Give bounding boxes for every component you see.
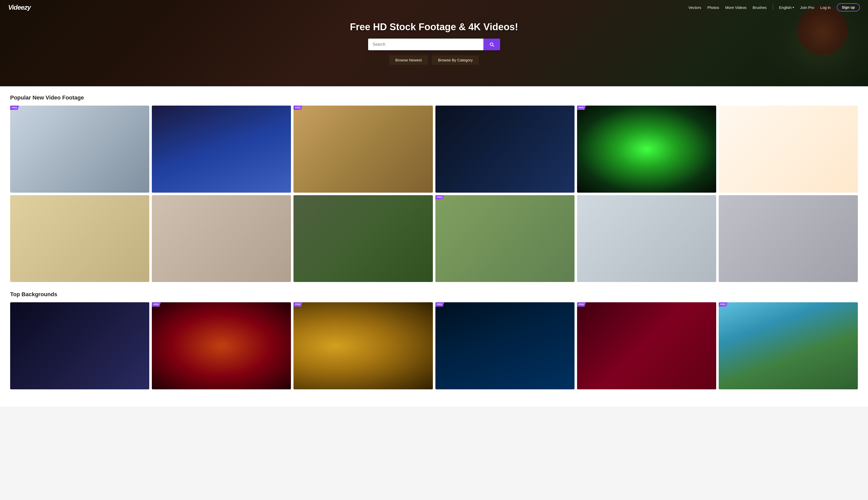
backgrounds-section: Top Backgrounds PROPROPROPROPRO bbox=[10, 291, 858, 389]
browse-newest-button[interactable]: Browse Newest bbox=[389, 55, 428, 65]
video-card[interactable]: PRO bbox=[152, 302, 291, 389]
video-card[interactable]: PRO bbox=[577, 302, 716, 389]
video-thumbnail bbox=[577, 302, 716, 389]
video-card[interactable] bbox=[10, 195, 149, 282]
search-input[interactable] bbox=[368, 38, 483, 50]
language-selector[interactable]: English ▾ bbox=[779, 5, 794, 10]
browse-buttons: Browse Newest Browse By Category bbox=[0, 55, 868, 65]
pro-badge: PRO bbox=[577, 302, 586, 307]
popular-video-grid: PROPROPROPRO bbox=[10, 105, 858, 282]
video-card[interactable]: PRO bbox=[293, 302, 432, 389]
video-card[interactable]: PRO bbox=[577, 105, 716, 193]
main-content: Popular New Video Footage PROPROPROPRO T… bbox=[0, 86, 868, 407]
pro-badge: PRO bbox=[152, 302, 161, 307]
video-thumbnail bbox=[719, 302, 858, 389]
video-thumbnail bbox=[577, 195, 716, 282]
video-card[interactable]: PRO bbox=[436, 302, 575, 389]
video-thumbnail bbox=[293, 302, 432, 389]
video-thumbnail bbox=[10, 195, 149, 282]
search-icon bbox=[489, 42, 495, 47]
video-thumbnail bbox=[719, 105, 858, 193]
video-card[interactable] bbox=[577, 195, 716, 282]
video-card[interactable]: PRO bbox=[719, 302, 858, 389]
header: Videezy Vectors Photos More Videos Brush… bbox=[0, 0, 868, 15]
search-bar bbox=[368, 38, 500, 50]
video-thumbnail bbox=[719, 195, 858, 282]
video-card[interactable] bbox=[719, 195, 858, 282]
video-thumbnail bbox=[10, 302, 149, 389]
video-card[interactable] bbox=[10, 302, 149, 389]
logo[interactable]: Videezy bbox=[8, 3, 31, 11]
pro-badge: PRO bbox=[577, 105, 586, 110]
video-card[interactable] bbox=[719, 105, 858, 193]
video-card[interactable] bbox=[152, 105, 291, 193]
hero-content: Free HD Stock Footage & 4K Videos! Brows… bbox=[0, 22, 868, 65]
popular-section-title: Popular New Video Footage bbox=[10, 94, 858, 101]
nav-brushes[interactable]: Brushes bbox=[753, 5, 767, 10]
video-card[interactable] bbox=[436, 105, 575, 193]
video-thumbnail bbox=[436, 302, 575, 389]
video-card[interactable]: PRO bbox=[10, 105, 149, 193]
join-pro-link[interactable]: Join Pro bbox=[800, 5, 814, 10]
nav-vectors[interactable]: Vectors bbox=[688, 5, 701, 10]
video-thumbnail bbox=[293, 105, 432, 193]
video-card[interactable]: PRO bbox=[293, 105, 432, 193]
pro-badge: PRO bbox=[436, 195, 444, 200]
hero-title: Free HD Stock Footage & 4K Videos! bbox=[0, 22, 868, 33]
pro-badge: PRO bbox=[10, 105, 19, 110]
video-card[interactable] bbox=[152, 195, 291, 282]
signup-button[interactable]: Sign up bbox=[837, 3, 860, 11]
pro-badge: PRO bbox=[293, 105, 302, 110]
search-button[interactable] bbox=[483, 38, 500, 50]
pro-badge: PRO bbox=[436, 302, 444, 307]
video-thumbnail bbox=[436, 195, 575, 282]
pro-badge: PRO bbox=[719, 302, 728, 307]
video-thumbnail bbox=[152, 105, 291, 193]
chevron-down-icon: ▾ bbox=[792, 6, 794, 9]
backgrounds-section-title: Top Backgrounds bbox=[10, 291, 858, 298]
nav-photos[interactable]: Photos bbox=[707, 5, 719, 10]
language-label: English bbox=[779, 5, 792, 10]
video-thumbnail bbox=[10, 105, 149, 193]
nav-more-videos[interactable]: More Videos bbox=[725, 5, 747, 10]
login-button[interactable]: Log in bbox=[820, 5, 831, 10]
video-card[interactable] bbox=[293, 195, 432, 282]
video-thumbnail bbox=[577, 105, 716, 193]
video-card[interactable]: PRO bbox=[436, 195, 575, 282]
main-nav: Vectors Photos More Videos Brushes Engli… bbox=[688, 3, 860, 11]
pro-badge: PRO bbox=[293, 302, 302, 307]
backgrounds-video-grid: PROPROPROPROPRO bbox=[10, 302, 858, 389]
nav-divider bbox=[773, 5, 773, 10]
video-thumbnail bbox=[293, 195, 432, 282]
video-thumbnail bbox=[436, 105, 575, 193]
browse-category-button[interactable]: Browse By Category bbox=[432, 55, 479, 65]
video-thumbnail bbox=[152, 195, 291, 282]
video-thumbnail bbox=[152, 302, 291, 389]
